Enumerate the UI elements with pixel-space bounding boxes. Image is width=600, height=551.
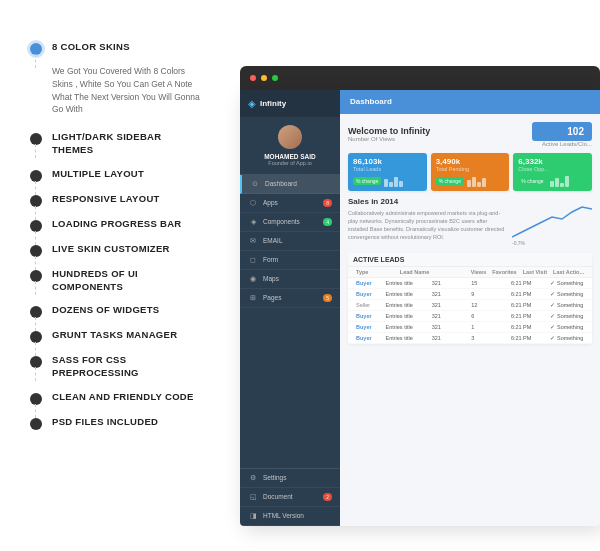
stat-footer-leads: % change: [353, 175, 422, 187]
sidebar-item-components[interactable]: ◈ Components 4: [240, 213, 340, 232]
cell-name: Entries title: [382, 335, 428, 341]
views-count-block: 102 Active Leads/Clo...: [532, 122, 592, 147]
feature-bullet: [30, 331, 42, 343]
feature-label: CLEAN AND FRIENDLY CODE: [52, 390, 194, 403]
cell-views: 321: [429, 335, 469, 341]
sidebar-nav-label: Document: [263, 493, 293, 500]
feature-bullet: [30, 270, 42, 282]
feature-item: 8 COLOR SKINS: [30, 40, 200, 55]
feature-item: LIVE SKIN CUSTOMIZER: [30, 242, 200, 257]
html-icon: ◨: [248, 512, 258, 520]
stats-cards-row: 86,103k Total Leads % change: [348, 153, 592, 191]
feature-list: 8 COLOR SKINS We Got You Covered With 8 …: [30, 40, 200, 430]
leads-change: % change: [353, 177, 381, 185]
dashboard-wrapper: ◈ Infinity MOHAMED SAID Founder of App.i…: [240, 66, 600, 526]
sales-section: Sales in 2014 Collaboratively administra…: [348, 197, 592, 247]
table-title: ACTIVE LEADS: [353, 256, 404, 263]
db-sidebar-bottom: ⚙ Settings ◱ Document 2 ◨ HTML Version: [240, 468, 340, 526]
table-row: Buyer Entries title 321 15 6:21 PM ✓ Som…: [348, 278, 592, 289]
cell-type: Buyer: [353, 280, 382, 286]
sidebar-item-maps[interactable]: ◉ Maps: [240, 270, 340, 289]
sidebar-nav-label: Dashboard: [265, 180, 297, 187]
chart-bar: [550, 181, 554, 187]
cell-views: 321: [429, 291, 469, 297]
page-container: 8 COLOR SKINS We Got You Covered With 8 …: [0, 0, 600, 551]
feature-bullet: [30, 133, 42, 145]
chart-bar: [555, 178, 559, 187]
cell-name: Entries title: [382, 324, 428, 330]
chart-bar: [389, 182, 393, 187]
leads-mini-chart: [384, 175, 403, 187]
cell-action: ✓ Something: [547, 302, 587, 308]
sidebar-item-dashboard[interactable]: ⊙ Dashboard: [240, 175, 340, 194]
feature-bullet: [30, 245, 42, 257]
cell-visit: 6:21 PM: [508, 291, 548, 297]
cell-views: 321: [429, 302, 469, 308]
cell-action: ✓ Something: [547, 280, 587, 286]
form-icon: ◻: [248, 256, 258, 264]
feature-bullet: [30, 418, 42, 430]
feature-item: LOADING PROGRESS BAR: [30, 217, 200, 232]
chart-bar: [477, 182, 481, 187]
total-leads-value: 86,103k: [353, 157, 422, 166]
welcome-row: Welcome to Infinity Number Of Views 102 …: [348, 122, 592, 147]
table-header: ACTIVE LEADS: [348, 253, 592, 267]
cell-visit: 6:21 PM: [508, 324, 548, 330]
db-logo-icon: ◈: [248, 98, 256, 109]
cell-action: ✓ Something: [547, 335, 587, 341]
sidebar-item-document[interactable]: ◱ Document 2: [240, 488, 340, 507]
sidebar-item-apps[interactable]: ⬡ Apps 8: [240, 194, 340, 213]
feature-label: PSD FILES INCLUDED: [52, 415, 158, 428]
cell-type: Seller: [353, 302, 382, 308]
close-mini-chart: [550, 175, 569, 187]
close-opp-label: Close Opp...: [518, 166, 587, 172]
dashboard: ◈ Infinity MOHAMED SAID Founder of App.i…: [240, 90, 600, 526]
feature-bullet: [30, 393, 42, 405]
sidebar-item-email[interactable]: ✉ EMAIL: [240, 232, 340, 251]
chart-bar: [565, 176, 569, 187]
sidebar-nav-label: Components: [263, 218, 300, 225]
sidebar-item-settings[interactable]: ⚙ Settings: [240, 469, 340, 488]
feature-label: 8 COLOR SKINS: [52, 40, 130, 53]
feature-item: SASS FOR CSS PREPROCESSING: [30, 353, 200, 380]
feature-item: GRUNT TASKS MANAGER: [30, 328, 200, 343]
sidebar-item-pages[interactable]: ⊞ Pages 5: [240, 289, 340, 308]
sales-chart-svg: -0.7%: [512, 197, 592, 247]
svg-text:-0.7%: -0.7%: [512, 240, 526, 246]
settings-icon: ⚙: [248, 474, 258, 482]
feature-label: GRUNT TASKS MANAGER: [52, 328, 177, 341]
stat-footer-pending: % change: [436, 175, 505, 187]
feature-bullet: [30, 43, 42, 55]
stat-card-close: 6,332k Close Opp... % change: [513, 153, 592, 191]
cell-fav: 15: [468, 280, 508, 286]
total-leads-label: Total Leads: [353, 166, 422, 172]
active-leads-table: ACTIVE LEADS Type Lead Name Views Favori…: [348, 253, 592, 344]
db-user-section: MOHAMED SAID Founder of App.io: [240, 117, 340, 175]
feature-description: We Got You Covered With 8 Colors Skins ,…: [52, 65, 200, 116]
welcome-text-block: Welcome to Infinity Number Of Views: [348, 126, 430, 142]
cell-views: 321: [429, 324, 469, 330]
cell-name: Entries title: [382, 302, 428, 308]
chart-bar: [482, 178, 486, 187]
stat-card-pending: 3,490k Total Pending % change: [431, 153, 510, 191]
db-sidebar: ◈ Infinity MOHAMED SAID Founder of App.i…: [240, 90, 340, 526]
sidebar-item-form[interactable]: ◻ Form: [240, 251, 340, 270]
db-logo-text: Infinity: [260, 99, 286, 108]
user-role: Founder of App.io: [268, 160, 311, 166]
table-row: Buyer Entries title 321 6 6:21 PM ✓ Some…: [348, 311, 592, 322]
col-visit: Last Visit: [520, 269, 550, 275]
pending-mini-chart: [467, 175, 486, 187]
close-change: % change: [518, 177, 546, 185]
cell-views: 321: [429, 280, 469, 286]
sidebar-item-html[interactable]: ◨ HTML Version: [240, 507, 340, 526]
cell-fav: 12: [468, 302, 508, 308]
feature-item: DOZENS OF WIDGETS: [30, 303, 200, 318]
feature-bullet: [30, 356, 42, 368]
sidebar-nav-label: Maps: [263, 275, 279, 282]
cell-type: Buyer: [353, 335, 382, 341]
total-pending-value: 3,490k: [436, 157, 505, 166]
table-row: Buyer Entries title 321 3 6:21 PM ✓ Some…: [348, 333, 592, 344]
feature-item: CLEAN AND FRIENDLY CODE: [30, 390, 200, 405]
table-columns: Type Lead Name Views Favorites Last Visi…: [348, 267, 592, 278]
features-panel: 8 COLOR SKINS We Got You Covered With 8 …: [0, 0, 220, 551]
